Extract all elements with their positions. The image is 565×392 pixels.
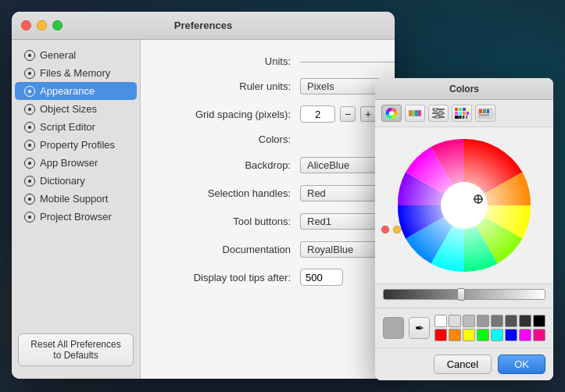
- svg-rect-13: [459, 108, 462, 111]
- grid-spacing-input[interactable]: [300, 105, 335, 123]
- ok-button[interactable]: OK: [498, 355, 545, 374]
- maximize-button[interactable]: [52, 20, 63, 30]
- gray-swatch[interactable]: [383, 317, 404, 339]
- grid-spacing-row: Grid spacing (pixels): − +: [159, 105, 376, 123]
- tooltip-control: [300, 269, 343, 286]
- close-button[interactable]: [21, 20, 31, 30]
- sidebar-item-app-browser[interactable]: App Browser: [15, 154, 137, 172]
- sidebar-item-label-object-sizes: Object Sizes: [40, 103, 97, 115]
- hex-swatch-7[interactable]: [533, 315, 545, 327]
- sidebar-item-mobile-support[interactable]: Mobile Support: [15, 190, 137, 208]
- reset-preferences-button[interactable]: Reset All Preferences to Defaults: [18, 333, 134, 366]
- hex-swatch-5[interactable]: [505, 315, 517, 327]
- units-row: Units:: [159, 55, 376, 67]
- sidebar-item-icon-object-sizes: [24, 104, 35, 115]
- svg-rect-27: [479, 109, 482, 113]
- color-wheel[interactable]: [394, 135, 535, 276]
- hex-swatch-10[interactable]: [463, 329, 475, 341]
- hex-swatch-13[interactable]: [505, 329, 517, 341]
- tooltip-input[interactable]: [300, 269, 343, 286]
- sidebar-item-general[interactable]: General: [15, 46, 137, 64]
- colors-title: Colors: [449, 84, 479, 94]
- svg-point-32: [441, 182, 488, 229]
- hex-swatch-6[interactable]: [519, 315, 531, 327]
- sidebar-item-object-sizes[interactable]: Object Sizes: [15, 100, 137, 118]
- sidebar-item-script-editor[interactable]: Script Editor: [15, 118, 137, 136]
- hex-swatch-15[interactable]: [533, 329, 545, 341]
- ruler-units-select[interactable]: Pixels: [300, 78, 370, 94]
- sliders-tool[interactable]: [428, 105, 449, 122]
- sidebar-item-icon-property-profiles: [24, 140, 35, 151]
- hex-swatch-2[interactable]: [463, 315, 475, 327]
- hex-swatch-11[interactable]: [477, 329, 489, 341]
- tool-buttons-select-wrapper[interactable]: Red1 ▲▼: [300, 213, 384, 230]
- documentation-select[interactable]: RoyalBlue: [300, 241, 370, 258]
- grid-spacing-decrement[interactable]: −: [340, 106, 356, 122]
- hex-swatch-8[interactable]: [434, 329, 447, 341]
- selection-handles-select-wrapper[interactable]: Red ▲▼: [300, 185, 384, 201]
- sidebar-item-icon-script-editor: [24, 122, 35, 133]
- sidebar-item-label-general: General: [40, 49, 76, 61]
- hex-swatch-9[interactable]: [449, 329, 461, 341]
- colors-bottom: ✒: [375, 308, 553, 347]
- sidebar-item-label-project-browser: Project Browser: [40, 211, 112, 223]
- ruler-units-label: Ruler units:: [159, 80, 300, 92]
- hex-swatch-0[interactable]: [434, 315, 447, 327]
- sidebar-item-label-mobile-support: Mobile Support: [40, 193, 108, 205]
- svg-rect-14: [463, 108, 466, 111]
- backdrop-label: Backdrop:: [159, 159, 300, 171]
- hex-swatch-12[interactable]: [491, 329, 503, 341]
- svg-rect-24: [464, 116, 467, 119]
- hex-swatch-14[interactable]: [519, 329, 531, 341]
- eyedropper-button[interactable]: ✒: [409, 317, 430, 339]
- hex-swatch-4[interactable]: [491, 315, 503, 327]
- sidebar-item-label-appearance: Appearance: [40, 85, 95, 97]
- svg-rect-25: [467, 116, 469, 119]
- title-bar-buttons: [21, 20, 63, 30]
- units-line: [300, 62, 395, 62]
- brightness-slider[interactable]: [383, 289, 545, 300]
- sidebar-item-project-browser[interactable]: Project Browser: [15, 208, 137, 226]
- svg-rect-4: [415, 110, 418, 116]
- main-content: Units: Ruler units: Pixels ▲▼: [141, 40, 395, 379]
- svg-rect-21: [455, 116, 457, 119]
- colors-slider-section: [375, 283, 553, 308]
- sidebar-item-appearance[interactable]: Appearance: [15, 82, 137, 100]
- svg-rect-16: [455, 112, 458, 115]
- colors-buttons: Cancel OK: [375, 347, 553, 380]
- svg-point-11: [435, 115, 440, 119]
- minimize-button[interactable]: [37, 20, 47, 30]
- selection-handles-label: Selection handles:: [159, 187, 300, 199]
- hex-swatch-3[interactable]: [477, 315, 489, 327]
- sidebar-item-label-files-memory: Files & Memory: [40, 67, 110, 79]
- sidebar-item-label-app-browser: App Browser: [40, 157, 98, 169]
- sidebar-item-property-profiles[interactable]: Property Profiles: [15, 136, 137, 154]
- sidebar-item-icon-app-browser: [24, 158, 35, 169]
- sidebar-item-icon-general: [24, 50, 35, 61]
- sidebar-item-dictionary[interactable]: Dictionary: [15, 172, 137, 190]
- backdrop-select[interactable]: AliceBlue: [300, 157, 370, 173]
- tool-buttons-select[interactable]: Red1: [300, 213, 370, 230]
- cancel-button[interactable]: Cancel: [434, 355, 492, 374]
- crayon-tool[interactable]: [405, 105, 425, 122]
- documentation-label: Documentation: [159, 244, 300, 255]
- colors-close-button[interactable]: [381, 226, 389, 233]
- selection-handles-select[interactable]: Red: [300, 185, 370, 201]
- color-wheel-tool[interactable]: [381, 105, 402, 122]
- color-wheel-container: [375, 127, 553, 283]
- documentation-select-wrapper[interactable]: RoyalBlue ▲▼: [300, 241, 384, 258]
- ruler-units-select-wrapper[interactable]: Pixels ▲▼: [300, 78, 384, 94]
- grid-spacing-control: − +: [300, 105, 376, 123]
- grid-spacing-increment[interactable]: +: [360, 106, 376, 122]
- svg-rect-5: [418, 110, 421, 116]
- backdrop-select-wrapper[interactable]: AliceBlue ▲▼: [300, 157, 384, 173]
- window-body: GeneralFiles & MemoryAppearanceObject Si…: [12, 40, 395, 379]
- colors-row: Colors:: [159, 134, 376, 145]
- svg-rect-18: [463, 112, 466, 115]
- window-title: Preferences: [174, 20, 232, 31]
- brightness-slider-thumb[interactable]: [457, 288, 465, 301]
- palette-tool[interactable]: [452, 105, 472, 122]
- hex-swatch-1[interactable]: [449, 315, 461, 327]
- swatches-tool[interactable]: [475, 105, 495, 122]
- sidebar-item-files-memory[interactable]: Files & Memory: [15, 64, 137, 82]
